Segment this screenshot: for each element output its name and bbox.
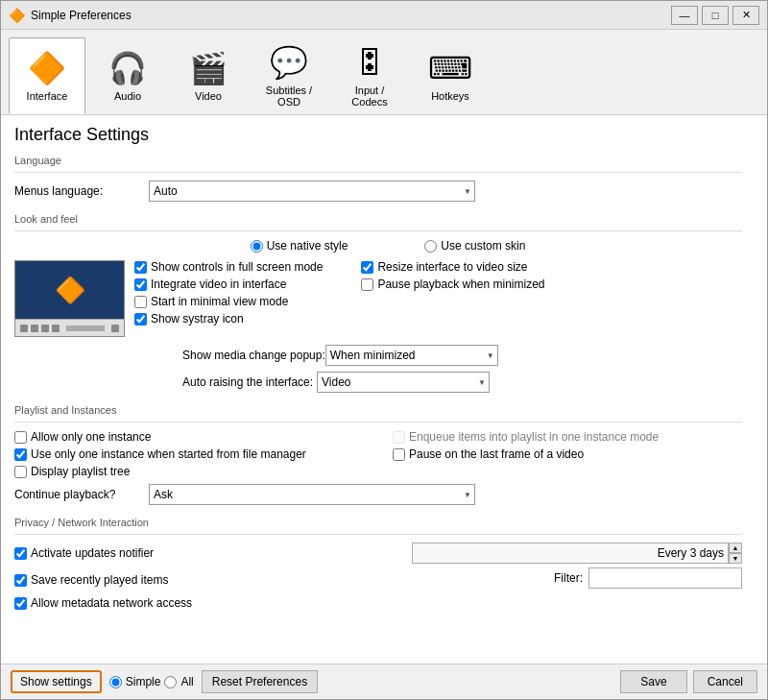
titlebar: 🔶 Simple Preferences — □ ✕ [1,1,767,30]
tab-interface[interactable]: 🔶 Interface [9,37,85,114]
show-settings-button[interactable]: Show settings [11,670,102,693]
ctrl-dot-1 [20,325,28,332]
bottom-right: Save Cancel [620,670,757,693]
tab-input[interactable]: 🎛 Input / Codecs [331,37,408,114]
checkboxes-two-cols: Show controls in full screen mode Integr… [134,260,545,326]
menus-language-select[interactable]: Auto English French [149,181,475,202]
updates-row: Activate updates notifier ▲ ▼ [14,543,742,564]
resize-interface-label: Resize interface to video size [377,260,527,274]
maximize-button[interactable]: □ [702,6,729,25]
continue-wrapper: Ask Always Never [149,484,475,505]
updates-input-wrapper: ▲ ▼ [412,543,742,564]
pause-last-checkbox[interactable] [393,448,405,461]
all-option[interactable]: All [164,675,193,688]
video-icon: 🎬 [189,50,228,86]
ctrl-dot-4 [52,325,60,332]
auto-raise-row: Auto raising the interface: Video Always… [14,372,742,393]
display-playlist-checkbox[interactable] [14,466,27,478]
titlebar-left: 🔶 Simple Preferences [9,8,132,23]
auto-raise-select[interactable]: Video Always Never [317,372,490,393]
simple-label: Simple [126,675,161,688]
content-area: Interface Settings Language Menus langua… [1,115,767,664]
custom-skin-radio[interactable] [424,240,437,253]
window-title: Simple Preferences [31,9,132,22]
display-playlist-row[interactable]: Display playlist tree [14,465,364,478]
view-mode-radio-group: Simple All [109,675,194,688]
playlist-checkboxes: Allow only one instance Use only one ins… [14,430,742,478]
systray-checkbox[interactable] [134,313,147,326]
enqueue-checkbox[interactable] [393,431,405,444]
menus-language-row: Menus language: Auto English French [14,181,742,202]
native-style-option[interactable]: Use native style [251,239,348,253]
show-controls-row[interactable]: Show controls in full screen mode [134,260,323,274]
simple-option[interactable]: Simple [109,675,161,688]
updates-label: Activate updates notifier [31,546,154,560]
reset-preferences-button[interactable]: Reset Preferences [202,670,318,693]
style-radio-row: Use native style Use custom skin [14,239,742,253]
metadata-checkbox[interactable] [14,597,27,610]
auto-raise-wrapper: Video Always Never [317,372,490,393]
recently-played-row: Save recently played items Filter: [14,567,742,592]
continue-select[interactable]: Ask Always Never [149,484,475,505]
integrate-video-checkbox[interactable] [134,278,147,291]
playlist-col2: Enqueue items into playlist in one insta… [393,430,742,478]
tab-audio[interactable]: 🎧 Audio [89,37,166,114]
spin-up-button[interactable]: ▲ [729,543,742,553]
integrate-video-row[interactable]: Integrate video in interface [134,278,323,291]
pause-last-row[interactable]: Pause on the last frame of a video [393,447,742,461]
menus-language-label: Menus language: [14,184,149,198]
pause-minimized-checkbox[interactable] [361,278,373,291]
custom-skin-option[interactable]: Use custom skin [424,239,525,253]
resize-interface-row[interactable]: Resize interface to video size [361,260,544,274]
file-manager-label: Use only one instance when started from … [31,447,306,461]
recently-played-label: Save recently played items [31,573,168,587]
playlist-col1: Allow only one instance Use only one ins… [14,430,364,478]
spin-down-button[interactable]: ▼ [729,553,742,564]
tab-hotkeys[interactable]: ⌨ Hotkeys [412,37,489,114]
tab-video[interactable]: 🎬 Video [170,37,247,114]
systray-row[interactable]: Show systray icon [134,312,323,326]
resize-interface-checkbox[interactable] [361,261,373,274]
close-button[interactable]: ✕ [732,6,759,25]
file-manager-checkbox[interactable] [14,448,27,461]
bottom-left: Show settings Simple All Reset Preferenc… [11,670,318,693]
tab-subtitles[interactable]: 💬 Subtitles / OSD [251,37,327,114]
one-instance-row[interactable]: Allow only one instance [14,430,364,444]
minimize-button[interactable]: — [671,6,698,25]
show-media-popup-label: Show media change popup: [182,349,325,362]
updates-checkbox-row[interactable]: Activate updates notifier [14,546,154,560]
simple-radio[interactable] [109,676,122,688]
updates-checkbox[interactable] [14,547,27,560]
native-style-radio[interactable] [251,240,263,253]
preview-controls [15,319,124,336]
minimal-view-row[interactable]: Start in minimal view mode [134,295,323,308]
checkboxes-col1: Show controls in full screen mode Integr… [134,260,323,326]
playlist-section-label: Playlist and Instances [14,404,742,416]
interface-icon: 🔶 [28,50,66,86]
metadata-checkbox-row[interactable]: Allow metadata network access [14,596,742,610]
cancel-button[interactable]: Cancel [693,670,757,693]
recently-played-checkbox[interactable] [14,574,27,587]
display-playlist-label: Display playlist tree [31,465,130,478]
all-radio[interactable] [164,676,177,688]
continue-label: Continue playback? [14,488,149,501]
filter-input[interactable] [588,567,742,589]
updates-frequency-input[interactable] [412,543,729,564]
pause-last-label: Pause on the last frame of a video [409,447,584,461]
native-style-label: Use native style [267,239,348,253]
one-instance-label: Allow only one instance [31,430,151,444]
tab-input-label: Input / Codecs [336,84,403,108]
show-controls-checkbox[interactable] [134,261,147,274]
file-manager-row[interactable]: Use only one instance when started from … [14,447,364,461]
show-media-popup-select[interactable]: When minimized Always Never [325,345,498,366]
language-section: Language Menus language: Auto English Fr… [14,155,742,202]
one-instance-checkbox[interactable] [14,431,27,444]
save-button[interactable]: Save [620,670,686,693]
subtitles-icon: 💬 [270,44,308,81]
privacy-section-label: Privacy / Network Interaction [14,517,742,528]
enqueue-row[interactable]: Enqueue items into playlist in one insta… [393,430,742,444]
pause-minimized-row[interactable]: Pause playback when minimized [361,278,544,291]
minimal-view-checkbox[interactable] [134,296,147,308]
input-icon: 🎛 [354,45,385,81]
recently-played-checkbox-row[interactable]: Save recently played items [14,573,168,587]
